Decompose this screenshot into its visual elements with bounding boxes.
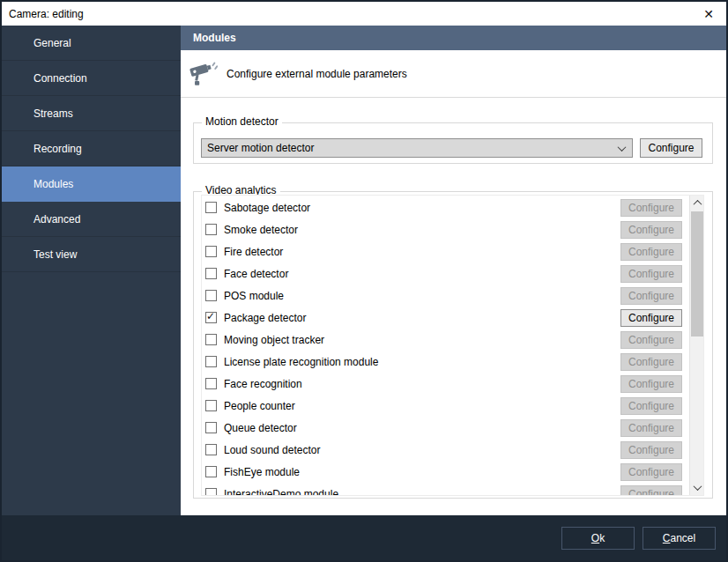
module-row: POS module Configure — [202, 285, 703, 307]
camera-editing-dialog: Camera: editing ✕ General Connection Str… — [0, 0, 728, 562]
module-label: Sabotage detector — [224, 202, 620, 214]
module-checkbox[interactable] — [205, 378, 217, 389]
titlebar: Camera: editing ✕ — [2, 2, 726, 26]
sidebar-item-label: Streams — [33, 107, 73, 120]
module-checkbox[interactable] — [205, 202, 217, 213]
sidebar-item-label: General — [33, 37, 71, 49]
motion-detector-group: Motion detector Server motion detector C… — [193, 122, 713, 164]
scrollbar-thumb[interactable] — [691, 211, 703, 336]
scroll-down-button[interactable] — [690, 480, 704, 495]
module-configure-button: Configure — [620, 419, 682, 437]
module-checkbox[interactable] — [205, 356, 217, 367]
chevron-down-icon — [618, 143, 627, 152]
motion-detector-group-label: Motion detector — [202, 115, 282, 128]
module-checkbox[interactable] — [205, 466, 217, 477]
sidebar-item-streams[interactable]: Streams — [2, 96, 181, 131]
sidebar-item-general[interactable]: General — [2, 26, 181, 61]
module-configure-button: Configure — [620, 463, 682, 481]
module-row: Fire detector Configure — [202, 240, 703, 263]
page-header-bar: Modules — [181, 26, 726, 50]
scroll-up-button[interactable] — [690, 196, 704, 211]
page-title: Modules — [193, 32, 236, 44]
motion-detector-configure-button[interactable]: Configure — [640, 138, 702, 158]
sidebar-item-label: Recording — [33, 143, 82, 155]
video-analytics-group: Video analytics Sabotage detector Config… — [193, 191, 713, 499]
module-row: ✓ Package detector Configure — [202, 307, 703, 329]
module-row: Smoke detector Configure — [202, 218, 703, 240]
module-checkbox[interactable] — [205, 246, 217, 257]
module-checkbox[interactable] — [205, 334, 217, 345]
module-configure-button: Configure — [620, 353, 682, 371]
module-configure-button: Configure — [620, 375, 682, 393]
module-checkbox[interactable] — [205, 488, 217, 496]
module-checkbox[interactable] — [205, 268, 217, 279]
cancel-button[interactable]: Cancel — [643, 527, 716, 550]
module-label: Moving object tracker — [224, 334, 620, 346]
module-label: Queue detector — [224, 422, 620, 434]
motion-detector-selected-value: Server motion detector — [207, 142, 619, 154]
module-row: Face detector Configure — [202, 263, 703, 285]
sidebar-item-label: Test view — [33, 248, 77, 261]
cctv-camera-icon — [188, 59, 218, 89]
module-label: Face recognition — [224, 378, 620, 390]
main-panel: Modules Config — [181, 26, 726, 515]
module-label: InteractiveDemo module — [224, 488, 620, 497]
module-checkbox[interactable]: ✓ — [205, 312, 217, 323]
module-checkbox[interactable] — [205, 400, 217, 411]
module-row: Sabotage detector Configure — [202, 196, 703, 218]
module-row: InteractiveDemo module Configure — [202, 483, 703, 496]
scrollbar[interactable] — [689, 196, 703, 495]
module-configure-button: Configure — [620, 265, 682, 283]
module-row: Queue detector Configure — [202, 417, 703, 439]
module-configure-button: Configure — [620, 287, 682, 305]
window-title: Camera: editing — [9, 8, 84, 20]
module-configure-button: Configure — [620, 221, 682, 239]
module-label: Fire detector — [224, 246, 620, 258]
module-configure-button: Configure — [620, 441, 682, 459]
video-analytics-list-rows: Sabotage detector Configure Smoke detect… — [202, 196, 703, 496]
module-configure-button: Configure — [620, 243, 682, 261]
module-label: License plate recognition module — [224, 356, 620, 368]
video-analytics-list: Sabotage detector Configure Smoke detect… — [201, 195, 704, 496]
module-configure-button: Configure — [620, 199, 682, 217]
module-label: POS module — [224, 290, 620, 302]
check-icon: ✓ — [206, 310, 215, 322]
ok-button[interactable]: Ok — [561, 527, 635, 550]
module-row: Moving object tracker Configure — [202, 329, 703, 351]
sidebar: General Connection Streams Recording Mod… — [2, 26, 181, 515]
module-label: Face detector — [224, 268, 620, 280]
sidebar-item-label: Connection — [33, 72, 87, 85]
page-description: Configure external module parameters — [227, 68, 407, 80]
module-checkbox[interactable] — [205, 290, 217, 301]
close-button[interactable]: ✕ — [691, 2, 726, 26]
module-label: FishEye module — [224, 466, 620, 478]
module-configure-button: Configure — [620, 397, 682, 415]
module-configure-button: Configure — [620, 485, 682, 497]
sidebar-item-recording[interactable]: Recording — [2, 131, 181, 166]
chevron-down-icon — [693, 482, 702, 491]
module-checkbox[interactable] — [205, 422, 217, 433]
motion-detector-select[interactable]: Server motion detector — [201, 138, 633, 158]
module-label: People counter — [224, 400, 620, 412]
sidebar-item-label: Modules — [33, 178, 73, 190]
sidebar-item-label: Advanced — [33, 213, 80, 226]
module-row: Loud sound detector Configure — [202, 439, 703, 461]
module-row: FishEye module Configure — [202, 461, 703, 483]
module-configure-button[interactable]: Configure — [620, 309, 682, 327]
module-label: Loud sound detector — [224, 444, 620, 456]
module-checkbox[interactable] — [205, 224, 217, 235]
footer-bar: Ok Cancel — [2, 515, 726, 560]
module-row: Face recognition Configure — [202, 373, 703, 395]
close-icon: ✕ — [703, 7, 714, 21]
module-label: Package detector — [224, 312, 620, 324]
sidebar-item-connection[interactable]: Connection — [2, 61, 181, 96]
sidebar-item-advanced[interactable]: Advanced — [2, 202, 181, 237]
module-configure-button: Configure — [620, 331, 682, 349]
chevron-up-icon — [693, 200, 702, 209]
sidebar-item-modules[interactable]: Modules — [2, 166, 181, 202]
info-row: Configure external module parameters — [181, 50, 726, 98]
sidebar-item-test-view[interactable]: Test view — [2, 237, 181, 272]
module-row: People counter Configure — [202, 395, 703, 417]
module-checkbox[interactable] — [205, 444, 217, 455]
module-label: Smoke detector — [224, 224, 620, 236]
